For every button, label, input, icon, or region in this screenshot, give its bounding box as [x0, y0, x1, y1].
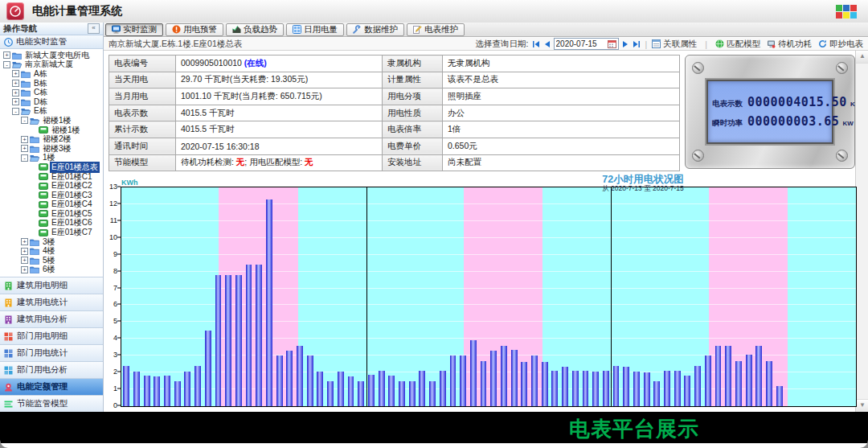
next-date-icon[interactable]	[622, 40, 629, 48]
tree-node-C栋[interactable]: +C栋	[0, 88, 103, 97]
first-date-icon[interactable]	[532, 40, 540, 48]
cell-segment: (在线)	[244, 58, 267, 68]
scroll-up-icon[interactable]: ▲	[856, 51, 868, 64]
bar-hour-55	[684, 376, 690, 406]
sidebar-collapse-button[interactable]: «	[88, 23, 100, 34]
sidebar-item-部门用电统计[interactable]: 部门用电统计	[0, 345, 103, 362]
bar-hour-19	[317, 372, 323, 406]
expand-icon[interactable]: +	[21, 145, 28, 152]
sidebar-item-电能定额管理[interactable]: 电能定额管理	[0, 379, 103, 396]
building-icon	[4, 315, 13, 324]
tree-node-B栋[interactable]: +B栋	[0, 79, 103, 88]
sidebar-item-部门用电分析[interactable]: 部门用电分析	[0, 362, 103, 379]
tree-node-南京新城大厦[interactable]: -南京新城大厦	[0, 60, 103, 70]
last-date-icon[interactable]	[633, 40, 641, 48]
bar-hour-54	[674, 371, 681, 406]
meter-info-table: 电表编号0009905010010 (在线)隶属机构无隶属机构当天用电29.70…	[108, 55, 680, 171]
field-label: 电费单价	[383, 138, 443, 154]
y-tick-mark	[117, 388, 121, 389]
sidebar-item-部门用电明细[interactable]: 部门用电明细	[0, 328, 103, 345]
tab-label: 实时监测	[123, 24, 157, 35]
collapse-icon[interactable]: -	[21, 117, 28, 124]
brand-square	[843, 5, 850, 11]
content-scrollbar[interactable]: ▲ ▼	[855, 51, 868, 412]
y-tick-mark	[117, 253, 121, 254]
y-tick-mark	[117, 220, 121, 220]
field-value: 照明插座	[443, 88, 680, 105]
table-row: 通讯时间2020-07-15 16:30:18电费单价0.650元	[109, 138, 680, 154]
action-关联属性[interactable]: 关联属性	[652, 39, 697, 50]
field-label: 累计示数	[109, 121, 176, 138]
tab-负载趋势[interactable]: 负载趋势	[226, 23, 284, 36]
expand-icon[interactable]: +	[12, 89, 19, 97]
sidebar-item-节能监管模型[interactable]: 节能监管模型	[0, 396, 103, 413]
bar-hour-40	[531, 356, 538, 406]
tree-node-D栋[interactable]: +D栋	[0, 97, 103, 107]
tab-实时监测[interactable]: 实时监测	[105, 23, 163, 36]
lcd-reading-label: 电表示数	[712, 99, 747, 109]
expand-icon[interactable]: +	[12, 70, 19, 77]
tree-node-A栋[interactable]: +A栋	[0, 69, 103, 79]
separator: |	[705, 39, 707, 49]
lcd-reading-value: 0000004015.50	[747, 95, 847, 109]
expand-icon[interactable]: +	[21, 238, 28, 245]
action-匹配模型[interactable]: 匹配模型	[715, 39, 760, 50]
tab-label: 负载趋势	[244, 24, 277, 35]
field-value: 0009905010010 (在线)	[176, 55, 383, 72]
bar-hour-22	[348, 376, 354, 406]
expand-icon[interactable]: +	[21, 136, 28, 143]
y-tick-mark	[117, 321, 121, 322]
tab-用电预警[interactable]: 用电预警	[166, 23, 223, 36]
expand-icon[interactable]: +	[3, 51, 10, 59]
action-待机功耗[interactable]: 待机功耗	[767, 39, 812, 50]
bar-hour-60	[735, 361, 742, 406]
bar-hour-41	[542, 362, 548, 406]
collapse-icon[interactable]: -	[12, 108, 19, 115]
folder-icon	[30, 135, 39, 143]
sidebar-item-realtime-monitor[interactable]: 电能实时监管	[0, 35, 103, 49]
sidebar-item-label: 部门用电统计	[17, 347, 68, 359]
badge-icon	[4, 383, 13, 392]
bar-hour-16	[286, 351, 293, 406]
tab-电表维护[interactable]: 电表维护	[407, 23, 465, 36]
folder-icon	[21, 80, 31, 88]
expand-icon[interactable]: +	[21, 266, 28, 273]
folder-icon	[30, 265, 39, 273]
sidebar-item-建筑用电明细[interactable]: 建筑用电明细	[0, 277, 103, 294]
breadcrumb: 南京新城大厦.E栋.1楼.E座01楼总表	[108, 39, 242, 50]
action-label: 关联属性	[663, 39, 697, 50]
collapse-icon[interactable]: -	[21, 154, 28, 162]
prev-date-icon[interactable]	[543, 40, 551, 48]
tab-数据维护[interactable]: 数据维护	[346, 23, 404, 36]
expand-icon[interactable]: +	[12, 80, 19, 87]
bar-hour-25	[379, 371, 385, 406]
bar-hour-47	[603, 371, 609, 406]
tree-node-6楼[interactable]: +6楼	[0, 265, 103, 275]
meter-icon	[39, 229, 48, 236]
sidebar-item-建筑用电分析[interactable]: 建筑用电分析	[0, 311, 103, 328]
field-label: 电表示数	[109, 105, 176, 121]
y-tick-label: 11	[110, 216, 117, 224]
expand-icon[interactable]: +	[21, 248, 28, 255]
bar-hour-18	[307, 356, 313, 406]
bar-hour-31	[440, 371, 446, 406]
sidebar-item-建筑用电统计[interactable]: 建筑用电统计	[0, 294, 103, 311]
warning-icon	[172, 25, 181, 34]
calendar-icon[interactable]	[608, 39, 616, 48]
scroll-down-icon[interactable]: ▼	[856, 399, 868, 412]
tab-日用电量[interactable]: 日用电量	[286, 23, 344, 36]
y-tick-mark	[117, 304, 121, 305]
expand-icon[interactable]: +	[21, 257, 28, 264]
date-input[interactable]	[556, 39, 606, 48]
expand-icon[interactable]: +	[12, 98, 19, 105]
breadcrumb-bar: 南京新城大厦.E栋.1楼.E座01楼总表 选择查询日期: | 关联属性|匹配模型…	[104, 38, 868, 51]
lcd-meter-panel: 电表示数 0000004015.50 KWh 瞬时功率 000000003.65…	[685, 55, 855, 169]
meter-icon	[39, 126, 48, 134]
bar-hour-20	[327, 381, 334, 406]
bar-hour-64	[776, 386, 783, 406]
y-tick-label: 13	[109, 183, 117, 191]
collapse-icon[interactable]: -	[3, 61, 10, 68]
trend-icon	[232, 25, 241, 34]
action-即抄电表[interactable]: 即抄电表	[818, 39, 863, 50]
sidebar-sections: 建筑用电明细建筑用电统计建筑用电分析部门用电明细部门用电统计部门用电分析电能定额…	[0, 277, 103, 413]
